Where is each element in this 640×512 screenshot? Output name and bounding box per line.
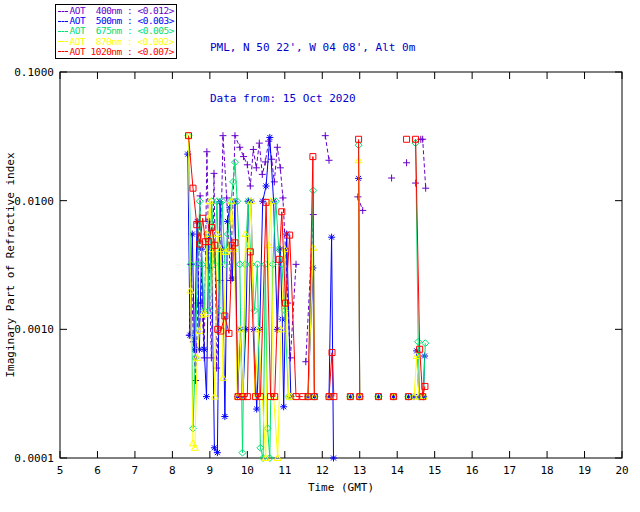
x-tick-label: 6: [94, 464, 101, 477]
legend-line-sample: [58, 41, 68, 42]
data-marker: [330, 455, 337, 462]
data-marker: [277, 164, 284, 171]
series-line: [421, 139, 426, 188]
series-line: [414, 356, 419, 397]
data-marker: [210, 170, 217, 177]
legend-item-label: AOT 675nm : <0.005>: [70, 26, 174, 36]
aerosol-refractive-index-plot: AOT 400nm : <0.012>AOT 500nm : <0.003>AO…: [0, 0, 640, 512]
data-marker: [192, 377, 199, 384]
series-aot-675nm: [189, 136, 426, 458]
data-marker: [279, 194, 286, 201]
data-marker: [326, 157, 333, 164]
data-date-text: Data from: 15 Oct 2020: [210, 90, 415, 107]
y-axis-title: Imaginary Part of Refractive index: [4, 152, 17, 378]
x-tick-label: 20: [615, 464, 628, 477]
series-aot-500nm: [188, 137, 425, 458]
x-tick-label: 15: [428, 464, 441, 477]
series-line: [189, 136, 291, 458]
legend-line-sample: [58, 51, 68, 52]
data-marker: [274, 144, 281, 151]
x-tick-label: 18: [540, 464, 553, 477]
site-location-text: PML, N 50 22', W 04 08', Alt 0m: [210, 39, 415, 56]
x-tick-label: 19: [578, 464, 591, 477]
x-tick-label: 14: [391, 464, 405, 477]
y-tick-label: 0.0100: [14, 195, 54, 208]
legend-item-4: AOT 1020nm : <0.007>: [58, 47, 174, 57]
x-tick-label: 7: [132, 464, 139, 477]
data-marker: [244, 161, 251, 168]
x-tick-label: 12: [316, 464, 329, 477]
x-tick-label: 13: [353, 464, 366, 477]
series-line: [329, 237, 334, 458]
data-marker: [419, 136, 426, 143]
x-tick-label: 16: [466, 464, 479, 477]
x-axis-title: Time (GMT): [308, 481, 374, 494]
data-marker: [259, 171, 266, 178]
legend-item-2: AOT 675nm : <0.005>: [58, 26, 174, 36]
data-marker: [201, 346, 208, 353]
legend-item-label: AOT 1020nm : <0.007>: [70, 47, 174, 57]
x-tick-label: 5: [57, 464, 64, 477]
data-marker: [203, 393, 210, 400]
legend-line-sample: [58, 31, 68, 32]
legend-line-sample: [58, 11, 68, 12]
data-marker: [203, 148, 210, 155]
data-marker: [187, 332, 194, 339]
data-marker: [214, 449, 221, 456]
data-marker: [247, 183, 254, 190]
x-tick-label: 11: [278, 464, 291, 477]
x-tick-label: 8: [169, 464, 176, 477]
legend-line-sample: [58, 21, 68, 22]
data-marker: [293, 261, 300, 268]
data-marker: [221, 413, 228, 420]
data-marker: [253, 406, 260, 413]
data-marker: [359, 207, 366, 214]
data-marker: [250, 146, 257, 153]
site-header: PML, N 50 22', W 04 08', Alt 0m Data fro…: [210, 5, 415, 141]
y-tick-label: 0.0001: [14, 452, 54, 465]
x-tick-label: 10: [241, 464, 254, 477]
data-marker: [354, 193, 361, 200]
y-tick-label: 0.0010: [14, 323, 54, 336]
data-marker: [280, 403, 287, 410]
data-marker: [240, 153, 247, 160]
data-marker: [328, 234, 335, 241]
data-marker: [388, 175, 395, 182]
data-marker: [211, 444, 218, 451]
data-marker: [253, 164, 260, 171]
data-marker: [422, 185, 429, 192]
y-tick-label: 0.1000: [14, 66, 54, 79]
x-tick-label: 17: [503, 464, 516, 477]
legend-box: AOT 400nm : <0.012>AOT 500nm : <0.003>AO…: [55, 4, 177, 59]
x-tick-label: 9: [207, 464, 214, 477]
data-marker: [263, 183, 270, 190]
data-marker: [236, 144, 243, 151]
data-marker: [403, 159, 410, 166]
data-marker: [412, 180, 419, 187]
